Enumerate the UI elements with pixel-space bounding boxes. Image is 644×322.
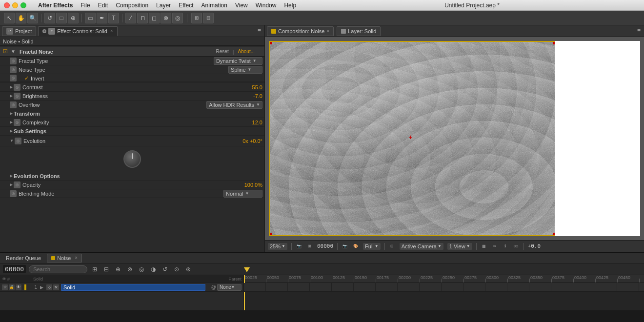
- playhead[interactable]: [244, 275, 245, 310]
- menu-animation[interactable]: Animation: [201, 2, 227, 9]
- selection-tool[interactable]: ↖: [4, 13, 15, 23]
- tl-ctrl-1[interactable]: ⊞: [90, 265, 99, 274]
- reset-button[interactable]: Reset: [216, 49, 229, 54]
- grid-btn[interactable]: ⊟: [203, 13, 214, 23]
- quality-dropdown[interactable]: Full ▼: [363, 243, 381, 250]
- parent-dropdown[interactable]: None ▼: [217, 284, 242, 291]
- unified-camera-tool[interactable]: □: [56, 13, 67, 23]
- timeline-timecode[interactable]: 00000: [3, 265, 26, 273]
- tl-ctrl-5[interactable]: ◎: [137, 265, 146, 274]
- snap-btn[interactable]: ⊞: [191, 13, 202, 23]
- timeline-search[interactable]: [29, 265, 87, 273]
- grid-icon[interactable]: ⊞: [306, 243, 313, 250]
- tl-ctrl-3[interactable]: ⊕: [114, 265, 122, 274]
- menu-after-effects[interactable]: After Effects: [38, 2, 73, 9]
- evolution-dial[interactable]: [123, 150, 141, 168]
- comp-menu-icon[interactable]: ☰: [635, 28, 642, 35]
- pan-tool[interactable]: ⊕: [68, 13, 79, 23]
- evo-options-expand[interactable]: ▶: [10, 174, 13, 178]
- ruler-label-3: 00100: [310, 275, 332, 280]
- brightness-expand[interactable]: ▶: [10, 94, 13, 98]
- effect-controls-tab[interactable]: ● f Effect Controls: Solid ×: [38, 26, 117, 36]
- tl-ctrl-7[interactable]: ↺: [161, 265, 169, 274]
- prop-opacity-value[interactable]: 100.0%: [233, 182, 262, 188]
- render-icon[interactable]: ▦: [481, 243, 487, 250]
- zoom-control[interactable]: 25% ▼: [268, 243, 287, 250]
- roto-brush[interactable]: ⊗: [161, 13, 171, 23]
- project-tab[interactable]: P Project: [2, 26, 36, 36]
- menu-edit[interactable]: Edit: [98, 2, 108, 9]
- tl-ctrl-4[interactable]: ⊗: [125, 265, 134, 274]
- transform-expand[interactable]: ▶: [10, 111, 13, 116]
- overflow-dropdown[interactable]: Allow HDR Results ▼: [206, 101, 262, 109]
- region-icon[interactable]: ⊟: [389, 243, 396, 250]
- tl-ctrl-2[interactable]: ⊟: [102, 265, 111, 274]
- eraser-tool[interactable]: ◻: [149, 13, 160, 23]
- layer-name-box[interactable]: Solid: [61, 284, 205, 291]
- render-queue-tab[interactable]: Render Queue: [2, 254, 45, 262]
- menu-view[interactable]: View: [235, 2, 248, 9]
- puppet-tool[interactable]: ◎: [172, 13, 183, 23]
- zoom-tool[interactable]: 🔍: [27, 13, 38, 23]
- mask-tool[interactable]: ▭: [85, 13, 96, 23]
- panel-menu-icon[interactable]: ☰: [256, 28, 262, 35]
- menu-composition[interactable]: Composition: [116, 2, 148, 9]
- tl-ctrl-6[interactable]: ◑: [149, 265, 158, 274]
- menu-layer[interactable]: Layer: [156, 2, 171, 9]
- noise-tab-close[interactable]: ×: [75, 255, 78, 261]
- effect-enable-checkbox[interactable]: ☑: [3, 48, 8, 55]
- noise-tab[interactable]: Noise ×: [47, 254, 82, 262]
- comp-tab-layer[interactable]: Layer: Solid: [337, 26, 381, 36]
- tab-close-icon[interactable]: ●: [42, 29, 46, 33]
- prop-contrast-value[interactable]: 55.0: [233, 84, 262, 90]
- toolbar: ↖ ✋ 🔍 ↺ □ ⊕ ▭ ✒ T ∕ ⊓ ◻ ⊗ ◎ ⊞ ⊟: [0, 11, 644, 25]
- 3d-icon[interactable]: 3D: [513, 243, 520, 250]
- flow-icon[interactable]: ⇒: [491, 243, 498, 250]
- text-tool[interactable]: T: [108, 13, 119, 23]
- prop-brightness-value[interactable]: -7.0: [233, 93, 262, 99]
- active-camera-dropdown[interactable]: Active Camera ▼: [400, 243, 443, 250]
- pen-tool[interactable]: ✒: [97, 13, 107, 23]
- tab-close-x[interactable]: ×: [110, 28, 113, 34]
- minimize-button[interactable]: [12, 2, 18, 8]
- maximize-button[interactable]: [20, 2, 26, 8]
- layer-expand-arrow[interactable]: ▶: [40, 285, 43, 290]
- fractal-type-dropdown[interactable]: Dynamic Twist ▼: [214, 57, 262, 65]
- effect-collapse-icon[interactable]: ▼: [11, 49, 16, 54]
- tool-separator-4: [187, 14, 187, 22]
- layer-lock-btn[interactable]: 🔓: [9, 284, 15, 290]
- about-button[interactable]: About...: [238, 49, 255, 54]
- layer-effects-btn[interactable]: fx: [53, 284, 59, 290]
- sub-settings-expand[interactable]: ▶: [10, 129, 13, 133]
- brush-tool[interactable]: ∕: [125, 13, 136, 23]
- comp-tab-composition[interactable]: Composition: Noise ×: [267, 26, 334, 36]
- hand-tool[interactable]: ✋: [16, 13, 26, 23]
- snapshot-icon[interactable]: 📷: [296, 243, 302, 250]
- viewer-timecode[interactable]: 00000: [317, 243, 333, 249]
- close-button[interactable]: [4, 2, 10, 8]
- menu-effect[interactable]: Effect: [179, 2, 193, 9]
- menu-window[interactable]: Window: [256, 2, 277, 9]
- view-count-dropdown[interactable]: 1 View ▼: [447, 243, 472, 250]
- rotation-tool[interactable]: ↺: [44, 13, 55, 23]
- layer-eye-btn[interactable]: 👁: [16, 284, 21, 290]
- noise-type-dropdown[interactable]: Spline ▼: [228, 66, 262, 74]
- blending-mode-dropdown[interactable]: Normal ▼: [223, 190, 262, 198]
- menu-file[interactable]: File: [80, 2, 90, 9]
- clone-stamp[interactable]: ⊓: [137, 13, 148, 23]
- prop-evolution-value[interactable]: 0x +0.0°: [233, 138, 262, 144]
- evolution-expand[interactable]: ▼: [10, 139, 14, 143]
- tl-ctrl-8[interactable]: ⊙: [172, 265, 181, 274]
- contrast-expand[interactable]: ▶: [10, 85, 13, 89]
- complexity-expand[interactable]: ▶: [10, 120, 13, 124]
- prop-complexity-value[interactable]: 12.0: [233, 120, 262, 125]
- tl-ctrl-9[interactable]: ⊛: [184, 265, 193, 274]
- comp-tab-close[interactable]: ×: [326, 28, 329, 34]
- invert-checkbox-group[interactable]: ✓ Invert: [24, 75, 44, 81]
- opacity-expand[interactable]: ▶: [10, 182, 13, 187]
- view-count-value: 1 View: [449, 243, 465, 249]
- menu-help[interactable]: Help: [284, 2, 296, 9]
- layer-keyframe-btn[interactable]: ◇: [46, 284, 52, 290]
- info-icon[interactable]: ℹ: [502, 243, 509, 250]
- layer-solo-btn[interactable]: ☆: [2, 284, 8, 290]
